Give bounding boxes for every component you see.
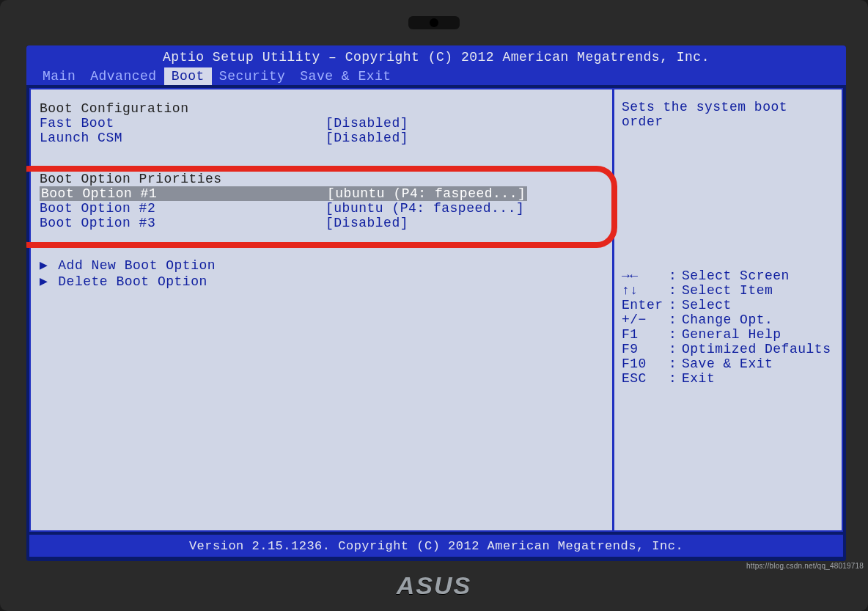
key-f1-label: F1: [622, 327, 669, 342]
laptop-bezel: ASUS https://blog.csdn.net/qq_48019718 A…: [0, 0, 868, 611]
key-f9: F9 : Optimized Defaults: [622, 342, 834, 356]
key-f10: F10 : Save & Exit: [622, 356, 834, 371]
boot-option-1-label: Boot Option #1: [40, 186, 326, 201]
bios-body: Boot Configuration Fast Boot [Disabled] …: [29, 88, 843, 532]
brand-logo: ASUS: [361, 566, 507, 605]
key-esc-desc: Exit: [682, 371, 834, 386]
key-esc: ESC : Exit: [622, 371, 834, 386]
triangle-right-icon: ▶: [40, 257, 50, 273]
triangle-right-icon: ▶: [40, 273, 50, 289]
watermark-text: https://blog.csdn.net/qq_48019718: [746, 562, 864, 570]
key-f9-label: F9: [622, 342, 669, 356]
key-f9-desc: Optimized Defaults: [682, 342, 834, 356]
key-select-item-desc: Select Item: [682, 283, 834, 298]
help-description: Sets the system boot order: [622, 100, 834, 268]
key-arrows-ud-icon: ↑↓: [622, 283, 669, 298]
key-arrows-lr-icon: →←: [622, 268, 669, 283]
tab-save-exit[interactable]: Save & Exit: [293, 67, 398, 85]
key-f1: F1 : General Help: [622, 327, 834, 342]
key-select-screen: →← : Select Screen: [622, 268, 834, 283]
key-enter: Enter : Select: [622, 298, 834, 312]
lcd-screen: Aptio Setup Utility – Copyright (C) 2012…: [26, 45, 846, 561]
boot-option-2-value: [ubuntu (P4: faspeed...]: [326, 201, 524, 216]
key-enter-desc: Select: [682, 298, 834, 312]
action-delete-boot-label: Delete Boot Option: [58, 274, 207, 289]
version-text: Version 2.15.1236. Copyright (C) 2012 Am…: [189, 539, 683, 553]
cfg-fast-boot-value: [Disabled]: [326, 116, 408, 131]
key-f10-desc: Save & Exit: [682, 356, 834, 371]
boot-option-2-label: Boot Option #2: [40, 201, 326, 216]
cfg-fast-boot[interactable]: Fast Boot [Disabled]: [40, 116, 603, 131]
bios-footer: Version 2.15.1236. Copyright (C) 2012 Am…: [29, 535, 843, 557]
panel-help: Sets the system boot order →← : Select S…: [614, 89, 842, 530]
boot-config-heading: Boot Configuration: [40, 101, 603, 116]
action-add-boot[interactable]: ▶ Add New Boot Option: [40, 257, 603, 273]
boot-priorities-heading: Boot Option Priorities: [40, 172, 603, 186]
boot-option-3[interactable]: Boot Option #3 [Disabled]: [40, 216, 603, 230]
cfg-launch-csm-label: Launch CSM: [40, 131, 326, 145]
cfg-fast-boot-label: Fast Boot: [40, 116, 326, 131]
key-change-opt-desc: Change Opt.: [682, 312, 834, 327]
webcam: [408, 16, 460, 29]
key-change-opt: +/− : Change Opt.: [622, 312, 834, 327]
boot-option-2[interactable]: Boot Option #2 [ubuntu (P4: faspeed...]: [40, 201, 603, 216]
boot-option-1[interactable]: Boot Option #1 [ubuntu (P4: faspeed...]: [40, 186, 603, 201]
panel-main: Boot Configuration Fast Boot [Disabled] …: [31, 89, 614, 530]
key-f10-label: F10: [622, 356, 669, 371]
action-add-boot-label: Add New Boot Option: [58, 258, 216, 273]
tab-boot[interactable]: Boot: [164, 67, 212, 85]
boot-option-3-label: Boot Option #3: [40, 216, 326, 230]
tab-advanced[interactable]: Advanced: [83, 67, 163, 85]
boot-option-1-value: [ubuntu (P4: faspeed...]: [326, 186, 527, 201]
key-plus-minus-label: +/−: [622, 312, 669, 327]
tab-main[interactable]: Main: [35, 67, 83, 85]
cfg-launch-csm-value: [Disabled]: [326, 131, 408, 145]
bios-tab-bar: Main Advanced Boot Security Save & Exit: [26, 67, 846, 85]
bios-header: Aptio Setup Utility – Copyright (C) 2012…: [26, 45, 846, 85]
cfg-launch-csm[interactable]: Launch CSM [Disabled]: [40, 131, 603, 145]
key-f1-desc: General Help: [682, 327, 834, 342]
help-key-list: →← : Select Screen ↑↓ : Select Item Ente…: [622, 268, 834, 386]
bios-title: Aptio Setup Utility – Copyright (C) 2012…: [26, 48, 846, 67]
key-esc-label: ESC: [622, 371, 669, 386]
key-enter-label: Enter: [622, 298, 669, 312]
tab-security[interactable]: Security: [212, 67, 293, 85]
boot-option-3-value: [Disabled]: [326, 216, 408, 230]
key-select-screen-desc: Select Screen: [682, 268, 834, 283]
key-select-item: ↑↓ : Select Item: [622, 283, 834, 298]
action-delete-boot[interactable]: ▶ Delete Boot Option: [40, 273, 603, 289]
